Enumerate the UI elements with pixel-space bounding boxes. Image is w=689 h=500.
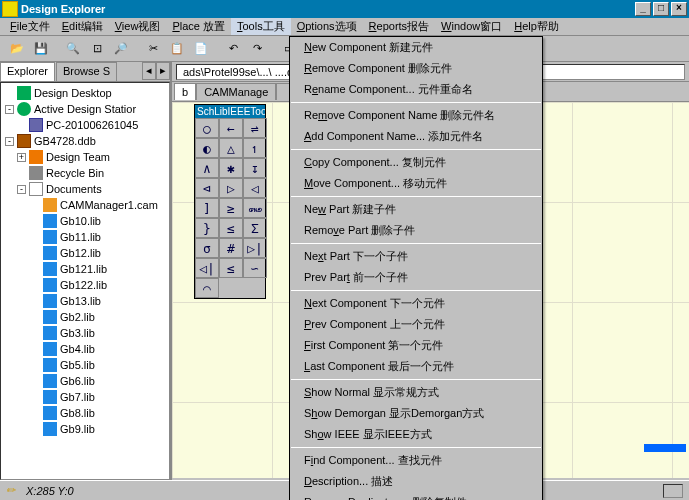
tool-cell[interactable]: ≥ bbox=[219, 198, 243, 218]
tree-node[interactable]: Gb12.lib bbox=[3, 245, 167, 261]
tab-next-icon[interactable]: ▸ bbox=[156, 62, 170, 80]
tool-cell[interactable]: ∽ bbox=[243, 258, 267, 278]
menu-w[interactable]: Window窗口 bbox=[435, 18, 508, 35]
tool-cell[interactable]: ∧ bbox=[195, 158, 219, 178]
tree-node[interactable]: Gb6.lib bbox=[3, 373, 167, 389]
menu-item[interactable]: Add Component Name... 添加元件名 bbox=[290, 126, 542, 147]
tree-node[interactable]: Gb10.lib bbox=[3, 213, 167, 229]
tree-node[interactable]: Gb3.lib bbox=[3, 325, 167, 341]
menu-item[interactable]: Show IEEE 显示IEEE方式 bbox=[290, 424, 542, 445]
maximize-button[interactable]: □ bbox=[653, 2, 669, 16]
menu-item[interactable]: Next Part 下一个子件 bbox=[290, 246, 542, 267]
tool-cell[interactable]: ⊲ bbox=[195, 178, 219, 198]
tree-node[interactable]: Gb5.lib bbox=[3, 357, 167, 373]
tool-cell[interactable]: ◁ bbox=[243, 178, 267, 198]
selection-marker bbox=[644, 444, 686, 452]
tool-cell[interactable]: ⌒ bbox=[195, 278, 219, 298]
menu-item[interactable]: New Component 新建元件 bbox=[290, 37, 542, 58]
menu-t[interactable]: Tools工具 bbox=[231, 18, 291, 35]
menu-item[interactable]: Next Component 下一个元件 bbox=[290, 293, 542, 314]
tool-cell[interactable]: ↿ bbox=[243, 138, 267, 158]
menu-item[interactable]: Show Demorgan 显示Demorgan方式 bbox=[290, 403, 542, 424]
tab-browse[interactable]: Browse S bbox=[56, 62, 117, 81]
tool-cell[interactable]: △ bbox=[219, 138, 243, 158]
menu-item[interactable]: Remove Component 删除元件 bbox=[290, 58, 542, 79]
menu-item[interactable]: Remove Duplicates... 删除复制件 bbox=[290, 492, 542, 500]
lib-tab[interactable]: b bbox=[174, 83, 196, 100]
close-button[interactable]: × bbox=[671, 2, 687, 16]
tool-cell[interactable]: ○ bbox=[195, 118, 219, 138]
tool-cell[interactable]: ◁| bbox=[195, 258, 219, 278]
menu-item[interactable]: Find Component... 查找元件 bbox=[290, 450, 542, 471]
menu-f[interactable]: File文件 bbox=[4, 18, 56, 35]
tool-cell[interactable]: Σ bbox=[243, 218, 267, 238]
tree-node[interactable]: +Design Team bbox=[3, 149, 167, 165]
paste-icon[interactable]: 📄 bbox=[190, 38, 212, 60]
save-icon[interactable]: 💾 bbox=[30, 38, 52, 60]
menu-item[interactable]: New Part 新建子件 bbox=[290, 199, 542, 220]
tree-node[interactable]: -Active Design Statior bbox=[3, 101, 167, 117]
menu-r[interactable]: Reports报告 bbox=[363, 18, 436, 35]
undo-icon[interactable]: ↶ bbox=[222, 38, 244, 60]
tree-node[interactable]: Design Desktop bbox=[3, 85, 167, 101]
menu-item[interactable]: Show Normal 显示常规方式 bbox=[290, 382, 542, 403]
minimize-button[interactable]: _ bbox=[635, 2, 651, 16]
tool-cell[interactable]: ▷ bbox=[219, 178, 243, 198]
menu-e[interactable]: Edit编辑 bbox=[56, 18, 109, 35]
menu-item[interactable]: Rename Component... 元件重命名 bbox=[290, 79, 542, 100]
tool-cell[interactable]: ≤ bbox=[219, 218, 243, 238]
menu-item[interactable]: Move Component... 移动元件 bbox=[290, 173, 542, 194]
tool-cell[interactable]: ✱ bbox=[219, 158, 243, 178]
menu-item[interactable]: Remove Component Name 删除元件名 bbox=[290, 105, 542, 126]
menu-item[interactable]: First Component 第一个元件 bbox=[290, 335, 542, 356]
menu-item[interactable]: Copy Component... 复制元件 bbox=[290, 152, 542, 173]
menu-item[interactable]: Prev Component 上一个元件 bbox=[290, 314, 542, 335]
tree-node[interactable]: Gb121.lib bbox=[3, 261, 167, 277]
menu-o[interactable]: Options选项 bbox=[291, 18, 363, 35]
tree-view[interactable]: Design Desktop-Active Design StatiorPC-2… bbox=[0, 82, 170, 480]
menubar: File文件Edit编辑View视图Place 放置Tools工具Options… bbox=[0, 18, 689, 36]
lib-tab[interactable]: CAMManage bbox=[196, 83, 276, 100]
tool-cell[interactable]: ꘏ bbox=[243, 198, 267, 218]
menu-item[interactable]: Last Component 最后一个元件 bbox=[290, 356, 542, 377]
tool-cell[interactable]: ⇌ bbox=[243, 118, 267, 138]
tree-node[interactable]: Gb13.lib bbox=[3, 293, 167, 309]
menu-item[interactable]: Prev Part 前一个子件 bbox=[290, 267, 542, 288]
menu-item[interactable]: Description... 描述 bbox=[290, 471, 542, 492]
tree-node[interactable]: -GB4728.ddb bbox=[3, 133, 167, 149]
tool-cell[interactable]: # bbox=[219, 238, 243, 258]
tree-node[interactable]: Gb2.lib bbox=[3, 309, 167, 325]
tab-prev-icon[interactable]: ◂ bbox=[142, 62, 156, 80]
window-title: Design Explorer bbox=[21, 3, 633, 15]
cut-icon[interactable]: ✂ bbox=[142, 38, 164, 60]
open-icon[interactable]: 📂 bbox=[6, 38, 28, 60]
zoom-fit-icon[interactable]: ⊡ bbox=[86, 38, 108, 60]
tab-explorer[interactable]: Explorer bbox=[0, 62, 55, 81]
menu-v[interactable]: View视图 bbox=[109, 18, 167, 35]
tool-cell[interactable]: σ bbox=[195, 238, 219, 258]
zoom-in-icon[interactable]: 🔍 bbox=[62, 38, 84, 60]
tree-node[interactable]: Gb11.lib bbox=[3, 229, 167, 245]
tool-cell[interactable]: } bbox=[195, 218, 219, 238]
tree-node[interactable]: Gb4.lib bbox=[3, 341, 167, 357]
tree-node[interactable]: Gb8.lib bbox=[3, 405, 167, 421]
tree-node[interactable]: Recycle Bin bbox=[3, 165, 167, 181]
copy-icon[interactable]: 📋 bbox=[166, 38, 188, 60]
tool-cell[interactable]: ] bbox=[195, 198, 219, 218]
zoom-out-icon[interactable]: 🔎 bbox=[110, 38, 132, 60]
tool-cell[interactable]: ≤ bbox=[219, 258, 243, 278]
menu-p[interactable]: Place 放置 bbox=[166, 18, 231, 35]
tool-cell[interactable]: ◐ bbox=[195, 138, 219, 158]
tree-node[interactable]: Gb9.lib bbox=[3, 421, 167, 437]
menu-item[interactable]: Remove Part 删除子件 bbox=[290, 220, 542, 241]
tree-node[interactable]: PC-201006261045 bbox=[3, 117, 167, 133]
menu-h[interactable]: Help帮助 bbox=[508, 18, 565, 35]
tree-node[interactable]: -Documents bbox=[3, 181, 167, 197]
tree-node[interactable]: Gb7.lib bbox=[3, 389, 167, 405]
tool-cell[interactable]: ▷| bbox=[243, 238, 267, 258]
redo-icon[interactable]: ↷ bbox=[246, 38, 268, 60]
tool-cell[interactable]: ← bbox=[219, 118, 243, 138]
tree-node[interactable]: CAMManager1.cam bbox=[3, 197, 167, 213]
tree-node[interactable]: Gb122.lib bbox=[3, 277, 167, 293]
tool-cell[interactable]: ↧ bbox=[243, 158, 267, 178]
